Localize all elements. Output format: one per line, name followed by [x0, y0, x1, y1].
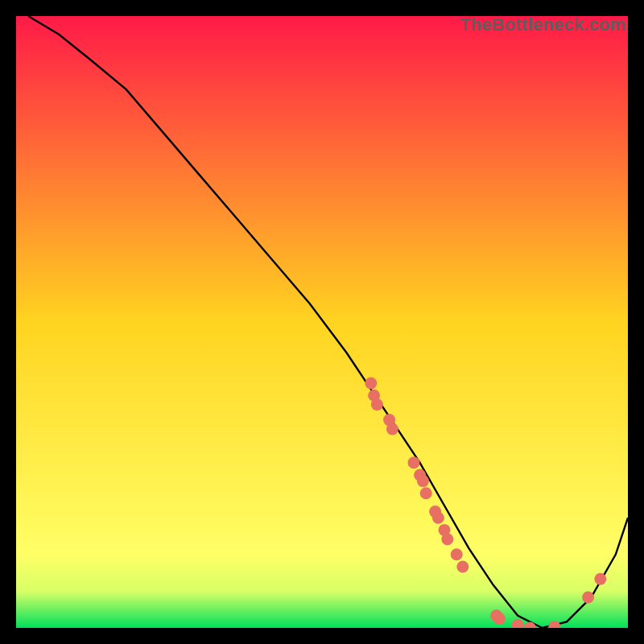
data-point — [451, 548, 463, 560]
watermark-text: TheBottleneck.com — [460, 14, 626, 35]
data-point — [408, 456, 420, 469]
data-point — [386, 423, 398, 436]
chart-frame: TheBottleneck.com — [16, 16, 628, 628]
data-point — [365, 378, 377, 390]
data-point — [371, 398, 383, 411]
data-point — [594, 573, 606, 585]
bottleneck-chart — [16, 16, 628, 628]
gradient-background — [16, 16, 628, 628]
data-point — [441, 533, 453, 545]
data-point — [420, 487, 432, 499]
data-point — [417, 475, 429, 487]
data-point — [582, 592, 594, 604]
data-point — [493, 613, 506, 625]
data-point — [432, 512, 444, 524]
data-point — [456, 561, 469, 573]
